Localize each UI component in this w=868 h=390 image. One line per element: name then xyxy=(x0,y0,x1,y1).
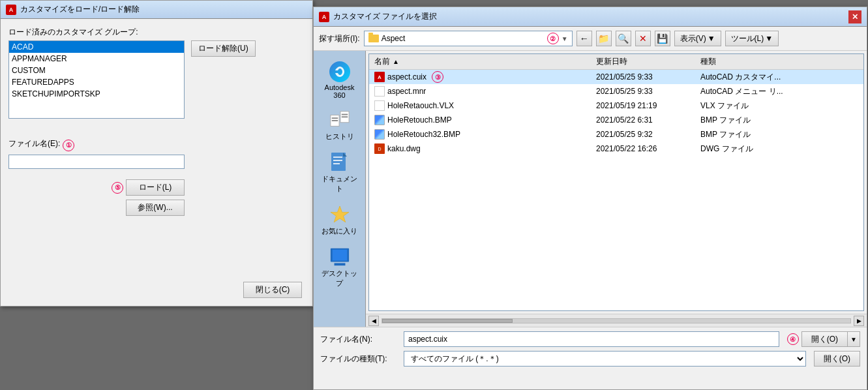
file-date-5: 2021/05/22 16:26 xyxy=(591,144,695,153)
file-list-container: 名前 ▲ 更新日時 種類 A aspect.cuix ③ xyxy=(366,51,867,327)
list-item-acad[interactable]: ACAD xyxy=(9,41,184,53)
cancel-button[interactable]: 開く(O) xyxy=(814,351,860,367)
tools-button[interactable]: ツール(L) ▼ xyxy=(725,31,779,46)
file-name-input[interactable] xyxy=(8,155,185,169)
list-item-featuredapps[interactable]: FEATUREDAPPS xyxy=(9,76,184,88)
bmp-icon-3 xyxy=(374,115,385,125)
dialog-autocad-icon: A xyxy=(319,12,329,22)
dialog-content: Autodesk 360 ヒストリ xyxy=(314,51,867,327)
file-name-cell-4: HoleRetouch32.BMP xyxy=(369,129,591,140)
file-name-label: ファイル名(E): xyxy=(8,138,60,149)
file-date-2: 2021/05/19 21:19 xyxy=(591,101,695,110)
location-dropdown[interactable]: Aspect ② ▼ xyxy=(364,31,573,46)
load-button[interactable]: ロード(L) xyxy=(126,179,185,196)
toolbar-row: 探す場所(I): Aspect ② ▼ ← 📁 🔍 ✕ 💾 表示(V) ▼ ツー… xyxy=(314,27,867,51)
autodesk360-icon xyxy=(329,61,350,82)
badge-4: ④ xyxy=(787,333,799,345)
file-list-area[interactable]: 名前 ▲ 更新日時 種類 A aspect.cuix ③ xyxy=(368,53,864,311)
close-button[interactable]: 閉じる(C) xyxy=(243,282,302,298)
view-button[interactable]: 表示(V) ▼ xyxy=(674,31,721,46)
file-name-1: aspect.mnr xyxy=(387,87,426,96)
sidebar-item-documents[interactable]: ドキュメント xyxy=(317,148,363,198)
file-row-2[interactable]: HoleRetaouch.VLX 2021/05/19 21:19 VLX ファ… xyxy=(369,98,863,113)
file-name-3: HoleRetouch.BMP xyxy=(387,115,452,125)
dwg-icon-5: D xyxy=(374,143,385,154)
dialog-close-button[interactable]: ✕ xyxy=(848,10,861,23)
svg-rect-4 xyxy=(341,114,347,115)
new-folder-button[interactable]: 📁 xyxy=(596,31,612,46)
file-type-2: VLX ファイル xyxy=(695,100,863,112)
file-date-1: 2021/05/25 9:33 xyxy=(591,87,695,96)
unload-button[interactable]: ロード解除(U) xyxy=(191,40,256,57)
file-type-0: AutoCAD カスタマイ... xyxy=(695,72,863,83)
view-label: 表示(V) xyxy=(680,33,706,44)
file-row-0[interactable]: A aspect.cuix ③ 2021/05/25 9:33 AutoCAD … xyxy=(369,70,863,84)
col-header-name[interactable]: 名前 ▲ xyxy=(369,56,591,67)
file-row-3[interactable]: HoleRetouch.BMP 2021/05/22 6:31 BMP ファイル xyxy=(369,113,863,127)
col-header-type[interactable]: 種類 xyxy=(695,56,863,67)
file-name-cell-1: aspect.mnr xyxy=(369,86,591,97)
sidebar-item-history[interactable]: ヒストリ xyxy=(317,106,363,145)
file-row-5[interactable]: D kaku.dwg 2021/05/22 16:26 DWG ファイル xyxy=(369,142,863,156)
file-name-5: kaku.dwg xyxy=(387,144,421,153)
delete-button[interactable]: ✕ xyxy=(635,31,651,46)
dialog-title-left: A カスタマイズ ファイルを選択 xyxy=(319,11,437,22)
save-button[interactable]: 💾 xyxy=(655,31,670,46)
filetype-select[interactable]: すべてのファイル (＊.＊) xyxy=(404,351,806,367)
file-name-cell-5: D kaku.dwg xyxy=(369,143,591,154)
svg-rect-8 xyxy=(333,160,342,161)
list-item-sketchup[interactable]: SKETCHUPIMPORTSKP xyxy=(9,88,184,100)
svg-rect-2 xyxy=(331,117,337,119)
open-dropdown-button[interactable]: ▼ xyxy=(848,331,860,347)
filename-bottom-input[interactable] xyxy=(404,331,779,347)
scroll-right-arrow[interactable]: ▶ xyxy=(854,316,864,326)
location-label: 探す場所(I): xyxy=(319,33,360,44)
documents-icon xyxy=(329,152,350,173)
history-label: ヒストリ xyxy=(325,132,354,142)
list-item-custom[interactable]: CUSTOM xyxy=(9,65,184,76)
loaded-groups-list[interactable]: ACAD APPMANAGER CUSTOM FEATUREDAPPS SKET… xyxy=(8,40,185,119)
scroll-track[interactable] xyxy=(382,318,851,323)
sidebar-item-favorites[interactable]: お気に入り xyxy=(317,200,363,240)
dialog-bottom: ファイル名(N): ④ 開く(O) ▼ ファイルの種類(T): すべてのファイル… xyxy=(314,327,867,374)
list-item-appmanager[interactable]: APPMANAGER xyxy=(9,53,184,65)
svg-rect-9 xyxy=(333,163,340,164)
file-row-4[interactable]: HoleRetouch32.BMP 2021/05/25 9:32 BMP ファ… xyxy=(369,127,863,142)
left-titlebar: A カスタマイズをロード/ロード解除 xyxy=(1,1,312,19)
desktop-label: デスクトップ xyxy=(320,269,360,288)
browse-button[interactable]: 参照(W)... xyxy=(126,200,185,216)
vlx-icon-2 xyxy=(374,100,385,111)
search-button[interactable]: 🔍 xyxy=(616,31,631,46)
filetype-row: ファイルの種類(T): すべてのファイル (＊.＊) 開く(O) xyxy=(320,351,860,367)
file-name-4: HoleRetouch32.BMP xyxy=(387,130,460,139)
sidebar-item-desktop[interactable]: デスクトップ xyxy=(317,243,363,292)
scroll-left-arrow[interactable]: ◀ xyxy=(368,316,379,326)
filename-row: ファイル名(N): ④ 開く(O) ▼ xyxy=(320,331,860,347)
badge-2: ② xyxy=(547,33,559,44)
badge-3: ③ xyxy=(432,71,443,83)
file-type-1: AutoCAD メニュー リ... xyxy=(695,86,863,97)
file-name-cell-2: HoleRetaouch.VLX xyxy=(369,100,591,111)
back-button[interactable]: ← xyxy=(576,31,592,46)
sidebar-item-autodesk360[interactable]: Autodesk 360 xyxy=(317,57,363,103)
file-name-cell-3: HoleRetouch.BMP xyxy=(369,115,591,125)
desktop-icon xyxy=(329,247,350,267)
file-date-4: 2021/05/25 9:32 xyxy=(591,130,695,139)
col-header-date[interactable]: 更新日時 xyxy=(591,56,695,67)
scrollbar-area[interactable]: ◀ ▶ xyxy=(366,314,867,327)
history-icon xyxy=(329,110,350,130)
favorites-label: お気に入り xyxy=(322,226,357,236)
svg-rect-14 xyxy=(332,250,347,261)
autodesk360-label: Autodesk 360 xyxy=(320,83,360,99)
file-name-2: HoleRetaouch.VLX xyxy=(387,101,454,110)
load-buttons: ⑤ ロード(L) 参照(W)... xyxy=(8,179,185,216)
svg-rect-3 xyxy=(331,120,337,121)
file-row-1[interactable]: aspect.mnr 2021/05/25 9:33 AutoCAD メニュー … xyxy=(369,84,863,98)
sidebar-nav: Autodesk 360 ヒストリ xyxy=(314,51,366,327)
svg-marker-11 xyxy=(331,206,349,222)
mnr-icon-1 xyxy=(374,86,385,97)
open-main-button[interactable]: 開く(O) xyxy=(801,331,848,347)
file-name-0: aspect.cuix xyxy=(387,72,427,82)
file-type-3: BMP ファイル xyxy=(695,115,863,126)
file-type-4: BMP ファイル xyxy=(695,129,863,140)
